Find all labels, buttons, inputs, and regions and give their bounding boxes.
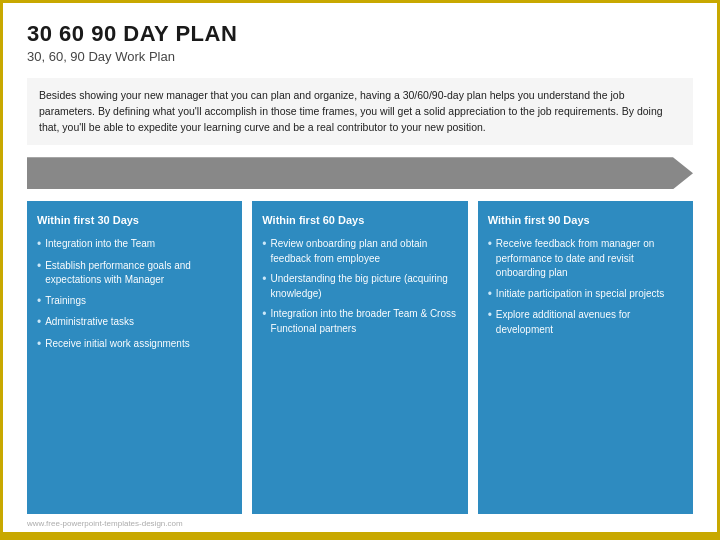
item-text: Explore additional avenues for developme… — [496, 308, 683, 337]
column-1: Within first 30 Days•Integration into th… — [27, 201, 242, 514]
item-text: Review onboarding plan and obtain feedba… — [271, 237, 458, 266]
columns-container: Within first 30 Days•Integration into th… — [3, 201, 717, 514]
bullet-icon: • — [262, 272, 266, 288]
list-item: •Trainings — [37, 294, 232, 310]
item-text: Understanding the big picture (acquiring… — [271, 272, 458, 301]
list-item: •Integration into the broader Team & Cro… — [262, 307, 457, 336]
bullet-icon: • — [262, 237, 266, 253]
list-item: •Receive initial work assignments — [37, 337, 232, 353]
timeline-arrow — [27, 157, 693, 189]
arrow-container — [27, 157, 693, 189]
bullet-icon: • — [488, 287, 492, 303]
bullet-icon: • — [37, 337, 41, 353]
list-item: •Review onboarding plan and obtain feedb… — [262, 237, 457, 266]
bullet-icon: • — [37, 294, 41, 310]
list-item: •Explore additional avenues for developm… — [488, 308, 683, 337]
col-3-header: Within first 90 Days — [488, 213, 683, 229]
list-item: •Administrative tasks — [37, 315, 232, 331]
bullet-icon: • — [488, 237, 492, 253]
list-item: •Integration into the Team — [37, 237, 232, 253]
header: 30 60 90 DAY PLAN 30, 60, 90 Day Work Pl… — [3, 3, 717, 70]
subtitle: 30, 60, 90 Day Work Plan — [27, 49, 693, 64]
item-text: Establish performance goals and expectat… — [45, 259, 232, 288]
footer: www.free-powerpoint-templates-design.com — [3, 514, 717, 532]
bullet-icon: • — [37, 315, 41, 331]
item-text: Administrative tasks — [45, 315, 134, 330]
item-text: Receive feedback from manager on perform… — [496, 237, 683, 281]
col-2-header: Within first 60 Days — [262, 213, 457, 229]
item-text: Trainings — [45, 294, 86, 309]
bullet-icon: • — [262, 307, 266, 323]
item-text: Integration into the Team — [45, 237, 155, 252]
item-text: Initiate participation in special projec… — [496, 287, 664, 302]
list-item: •Receive feedback from manager on perfor… — [488, 237, 683, 281]
list-item: •Establish performance goals and expecta… — [37, 259, 232, 288]
bullet-icon: • — [37, 259, 41, 275]
column-2: Within first 60 Days•Review onboarding p… — [252, 201, 467, 514]
slide: 30 60 90 DAY PLAN 30, 60, 90 Day Work Pl… — [0, 0, 720, 540]
list-item: •Initiate participation in special proje… — [488, 287, 683, 303]
list-item: •Understanding the big picture (acquirin… — [262, 272, 457, 301]
description-text: Besides showing your new manager that yo… — [27, 78, 693, 145]
footer-text: www.free-powerpoint-templates-design.com — [27, 519, 183, 528]
bottom-border — [3, 532, 717, 537]
item-text: Integration into the broader Team & Cros… — [271, 307, 458, 336]
column-3: Within first 90 Days•Receive feedback fr… — [478, 201, 693, 514]
bullet-icon: • — [488, 308, 492, 324]
bullet-icon: • — [37, 237, 41, 253]
col-1-header: Within first 30 Days — [37, 213, 232, 229]
main-title: 30 60 90 DAY PLAN — [27, 21, 693, 47]
item-text: Receive initial work assignments — [45, 337, 190, 352]
